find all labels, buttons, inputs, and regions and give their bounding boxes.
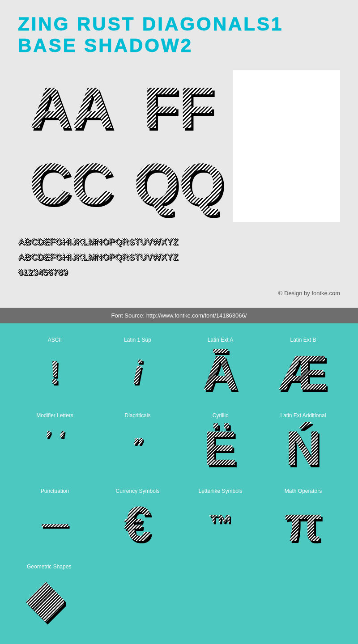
char-latinexta-wrap: Ā xyxy=(203,350,239,394)
char-cc: CC xyxy=(30,150,114,217)
category-currency: Currency Symbols € xyxy=(96,483,179,555)
large-char-ff: FF xyxy=(125,70,233,146)
category-punctuation: Punctuation — xyxy=(13,483,96,555)
category-latin1sup: Latin 1 Sup i xyxy=(96,332,179,403)
category-cyrillic: Cyrillic Ё xyxy=(179,408,262,479)
font-title: ZING RUST DIAGONALS1 BASE SHADOW2 xyxy=(18,13,340,56)
category-modifierletters: Modifier Letters ʼ ʻ xyxy=(13,408,96,479)
char-diacritical: ˮ xyxy=(132,435,144,461)
char-geometric-wrap: ◆ xyxy=(27,576,63,621)
large-chars-grid: AA FF A CC QQ xyxy=(18,70,340,222)
char-exclamation-wrap: ! xyxy=(37,350,73,394)
large-char-qq: QQ xyxy=(125,146,233,222)
char-latinextb-wrap: Æ xyxy=(286,350,321,394)
char-latinextadditional: Ń xyxy=(286,419,321,476)
category-diacriticals: Diacriticals ˮ xyxy=(96,408,179,479)
category-diacriticals-label: Diacriticals xyxy=(124,412,150,419)
char-mathoperators: π xyxy=(284,495,322,552)
alphabet-uppercase-2: ABCDEFGHIJKLMNOPQRSTUVWXYZ xyxy=(18,250,340,263)
large-char-aa: AA xyxy=(18,70,125,146)
large-char-cc: CC xyxy=(18,146,125,222)
category-latinextadditional: Latin Ext Additional Ń xyxy=(262,408,345,479)
category-grid-row3: Punctuation — Currency Symbols € Letterl… xyxy=(13,483,345,555)
category-mathoperators: Math Operators π xyxy=(262,483,345,555)
char-letterlike-wrap: ™ xyxy=(203,501,239,546)
preview-section: ZING RUST DIAGONALS1 BASE SHADOW2 AA FF … xyxy=(0,0,358,308)
char-currency-wrap: € xyxy=(120,501,156,546)
alphabet-uppercase-1: ABCDEFGHIJKLMNOPQRSTUVWXYZ xyxy=(18,235,340,248)
char-currency: € xyxy=(124,495,151,552)
char-a-white: A xyxy=(268,80,304,136)
char-latinextadditional-wrap: Ń xyxy=(286,425,321,470)
char-aa: AA xyxy=(30,74,114,141)
category-ascii: ASCII ! xyxy=(13,332,96,403)
category-latinextb: Latin Ext B Æ xyxy=(262,332,345,403)
char-qq: QQ xyxy=(134,150,224,217)
modifier-chars: ʼ ʻ xyxy=(44,428,65,453)
alphabet-section: ABCDEFGHIJKLMNOPQRSTUVWXYZ ABCDEFGHIJKLM… xyxy=(18,231,340,285)
category-letterlike-label: Letterlike Symbols xyxy=(198,488,242,494)
alphabet-digits: 0123456789 xyxy=(18,266,340,279)
category-punctuation-label: Punctuation xyxy=(41,488,69,494)
char-latin1-wrap: i xyxy=(120,350,156,394)
large-char-empty xyxy=(233,146,340,222)
category-cyrillic-label: Cyrillic xyxy=(213,412,228,419)
char-modifier2: ʻ xyxy=(58,428,65,453)
char-diacritical-wrap: ˮ xyxy=(120,425,156,470)
category-grid-row2: Modifier Letters ʼ ʻ Diacriticals ˮ Cyri… xyxy=(13,408,345,479)
category-latinextadditional-label: Latin Ext Additional xyxy=(280,412,326,419)
char-punctuation-wrap: — xyxy=(37,501,73,546)
category-modifierletters-label: Modifier Letters xyxy=(36,412,73,419)
char-latin1: i xyxy=(133,353,142,391)
categories-section: ASCII ! Latin 1 Sup i Latin Ext A Ā Lati… xyxy=(0,323,358,644)
category-latinexta-label: Latin Ext A xyxy=(208,337,233,343)
category-currency-label: Currency Symbols xyxy=(115,488,159,494)
geometric-section: Geometric Shapes ◆ xyxy=(13,559,345,635)
category-latin1sup-label: Latin 1 Sup xyxy=(124,337,151,343)
large-char-a-white: A xyxy=(233,70,340,146)
category-letterlike: Letterlike Symbols ™ xyxy=(179,483,262,555)
font-source-bar: Font Source: http://www.fontke.com/font/… xyxy=(0,308,358,323)
char-letterlike: ™ xyxy=(208,509,233,538)
char-cyrillic-wrap: Ё xyxy=(203,425,239,470)
category-mathoperators-label: Math Operators xyxy=(285,488,322,494)
char-geometric: ◆ xyxy=(26,570,64,627)
category-grid-row1: ASCII ! Latin 1 Sup i Latin Ext A Ā Lati… xyxy=(13,332,345,403)
copyright: © Design by fontke.com xyxy=(18,285,340,299)
char-cyrillic: Ё xyxy=(204,419,237,476)
char-mathoperators-wrap: π xyxy=(286,501,321,546)
category-geometric-label: Geometric Shapes xyxy=(27,564,331,570)
char-latinexta: Ā xyxy=(203,344,238,401)
char-punctuation: — xyxy=(42,508,68,539)
char-exclamation: ! xyxy=(49,353,60,391)
char-ff: FF xyxy=(144,74,215,141)
char-modifier1: ʼ xyxy=(44,428,51,453)
font-source-text: Font Source: http://www.fontke.com/font/… xyxy=(111,312,247,319)
category-latinextb-label: Latin Ext B xyxy=(290,337,316,343)
char-latinextb: Æ xyxy=(279,344,328,401)
category-ascii-label: ASCII xyxy=(48,337,62,343)
category-latinexta: Latin Ext A Ā xyxy=(179,332,262,403)
